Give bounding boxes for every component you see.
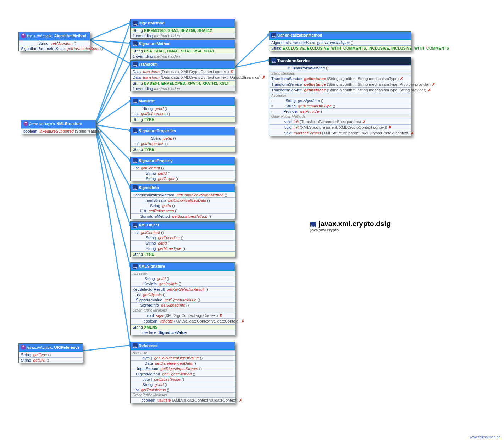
method-name[interactable]: getSignedInfo bbox=[161, 303, 185, 307]
member-row[interactable]: F String getAlgorithm () bbox=[269, 98, 411, 103]
member-row[interactable]: List getObjects () bbox=[131, 292, 235, 297]
method-name[interactable]: getType bbox=[33, 353, 47, 357]
method-name[interactable]: getObjects bbox=[143, 292, 162, 297]
class-header[interactable]: XMLObject bbox=[131, 222, 235, 230]
member-row[interactable]: String getId () bbox=[131, 170, 235, 176]
method-name[interactable]: getKeyInfo bbox=[159, 282, 178, 286]
method-name[interactable]: getId bbox=[155, 382, 163, 387]
member-row[interactable]: SignatureMethod getSignatureMethod () bbox=[131, 213, 235, 219]
class-dig[interactable]: DigestMethodString RIPEMD160, SHA1, SHA2… bbox=[130, 19, 235, 39]
member-row[interactable]: List getReferences () bbox=[131, 111, 235, 116]
class-tsvc[interactable]: TransformService # TransformService ()St… bbox=[269, 57, 411, 136]
member-row[interactable]: List getTransforms () bbox=[131, 387, 235, 392]
member-row[interactable]: AlgorithmParameterSpec getParameterSpec … bbox=[19, 46, 90, 51]
member-row[interactable]: List getProperties () bbox=[131, 141, 235, 146]
method-name[interactable]: getCalculatedDigestValue bbox=[154, 356, 199, 360]
class-header[interactable]: Reference bbox=[131, 342, 235, 350]
method-name[interactable]: getParameterSpec bbox=[317, 40, 350, 45]
method-name[interactable]: validate bbox=[157, 398, 171, 402]
member-row[interactable]: Data transform (Data data, XMLCryptoCont… bbox=[131, 69, 235, 74]
member-row[interactable]: void init (XMLStructure parent, XMLCrypt… bbox=[269, 124, 411, 130]
method-name[interactable]: getTarget bbox=[158, 177, 175, 181]
method-name[interactable]: getURI bbox=[33, 358, 45, 362]
member-row[interactable]: String getType () bbox=[19, 352, 83, 357]
member-row[interactable]: List getReferences () bbox=[131, 208, 235, 213]
class-trans[interactable]: TransformData transform (Data data, XMLC… bbox=[130, 60, 235, 91]
class-header[interactable]: TransformService bbox=[269, 57, 411, 65]
method-name[interactable]: getAlgorithm bbox=[51, 41, 73, 45]
method-name[interactable]: validate bbox=[160, 319, 173, 323]
method-name[interactable]: getInstance bbox=[304, 82, 326, 86]
method-name[interactable]: sign bbox=[156, 313, 163, 318]
method-name[interactable]: getSignatureMethod bbox=[172, 214, 207, 218]
member-row[interactable]: String getTarget () bbox=[131, 176, 235, 181]
method-name[interactable]: getMechanismType bbox=[298, 104, 332, 108]
class-header[interactable]: javax.xml.crypto.URIReference bbox=[19, 344, 83, 352]
method-name[interactable]: getEncoding bbox=[158, 236, 180, 240]
member-row[interactable]: Data transform (Data data, XMLCryptoCont… bbox=[131, 74, 235, 80]
member-row[interactable]: String getId () bbox=[131, 240, 235, 246]
method-name[interactable]: getCanonicalizedData bbox=[168, 198, 206, 202]
member-row[interactable]: Data getDereferencedData () bbox=[131, 360, 235, 366]
member-row[interactable]: String getMimeType () bbox=[131, 246, 235, 251]
method-name[interactable]: getContent bbox=[141, 166, 160, 170]
member-row[interactable]: interface SignatureValue bbox=[131, 330, 235, 335]
class-signed[interactable]: SignedInfoCanonicalizationMethod getCano… bbox=[130, 184, 235, 219]
member-row[interactable]: String getURI () bbox=[19, 357, 83, 363]
method-name[interactable]: transform bbox=[143, 69, 159, 74]
class-header[interactable]: SignedInfo bbox=[131, 184, 235, 192]
method-name[interactable]: getReferences bbox=[141, 112, 166, 116]
member-row[interactable]: String getEncoding () bbox=[131, 235, 235, 240]
member-row[interactable]: String getAlgorithm () bbox=[19, 40, 90, 46]
member-row[interactable]: InputStream getCanonicalizedData () bbox=[131, 197, 235, 203]
method-name[interactable]: getId bbox=[164, 136, 172, 140]
member-row[interactable]: # TransformService () bbox=[269, 65, 411, 71]
member-row[interactable]: void marshalParams (XMLStructure parent,… bbox=[269, 130, 411, 136]
member-row[interactable]: AlgorithmParameterSpec getParameterSpec … bbox=[269, 40, 411, 45]
member-row[interactable]: byte[] getCalculatedDigestValue () bbox=[131, 355, 235, 360]
method-name[interactable]: getKeySelectorResult bbox=[167, 287, 205, 291]
class-sigprop[interactable]: SignaturePropertyList getContent () Stri… bbox=[130, 157, 235, 181]
method-name[interactable]: getProvider bbox=[300, 109, 320, 113]
class-header[interactable]: Transform bbox=[131, 61, 235, 69]
member-row[interactable]: SignedInfo getSignedInfo () bbox=[131, 302, 235, 308]
member-row[interactable]: DigestMethod getDigestMethod () bbox=[131, 371, 235, 376]
method-name[interactable]: getId bbox=[158, 171, 167, 175]
member-row[interactable]: byte[] getDigestValue () bbox=[131, 376, 235, 382]
method-name[interactable]: init bbox=[294, 119, 299, 124]
member-row[interactable]: KeySelectorResult getKeySelectorResult (… bbox=[131, 286, 235, 292]
class-header[interactable]: CanonicalizationMethod bbox=[269, 32, 411, 40]
class-header[interactable]: SignatureProperty bbox=[131, 157, 235, 165]
member-row[interactable]: TransformService getInstance (String alg… bbox=[269, 87, 411, 93]
member-row[interactable]: F Provider getProvider () bbox=[269, 108, 411, 114]
class-header[interactable]: Manifest bbox=[131, 97, 235, 106]
method-name[interactable]: isFeatureSupported bbox=[39, 129, 74, 133]
class-header[interactable]: javax.xml.crypto.XMLStructure bbox=[21, 120, 96, 128]
member-row[interactable]: CanonicalizationMethod getCanonicalizati… bbox=[131, 192, 235, 197]
member-row[interactable]: String getId () bbox=[131, 106, 235, 111]
member-row[interactable]: TransformService getInstance (String alg… bbox=[269, 76, 411, 82]
member-row[interactable]: String getId () bbox=[131, 382, 235, 387]
member-row[interactable]: InputStream getDigestInputStream () bbox=[131, 366, 235, 371]
class-ref[interactable]: ReferenceAccessor byte[] getCalculatedDi… bbox=[130, 342, 235, 403]
method-name[interactable]: getId bbox=[158, 241, 167, 245]
method-name[interactable]: getId bbox=[155, 106, 163, 111]
method-name[interactable]: getReferences bbox=[149, 209, 174, 213]
class-sigprops[interactable]: SignatureProperties String getId ()List … bbox=[130, 127, 235, 152]
class-header[interactable]: SignatureMethod bbox=[131, 40, 235, 48]
member-row[interactable]: boolean isFeatureSupported (String featu… bbox=[21, 128, 96, 134]
method-name[interactable]: getId bbox=[157, 276, 165, 281]
member-row[interactable]: List getContent () bbox=[131, 230, 235, 235]
member-row[interactable]: void init (TransformParameterSpec params… bbox=[269, 119, 411, 124]
method-name[interactable]: SignatureValue bbox=[159, 330, 187, 335]
member-row[interactable]: String getId () bbox=[131, 276, 235, 281]
member-row[interactable]: TransformService getInstance (String alg… bbox=[269, 82, 411, 87]
class-header[interactable]: DigestMethod bbox=[131, 19, 235, 28]
class-canon[interactable]: CanonicalizationMethodAlgorithmParameter… bbox=[269, 31, 411, 51]
method-name[interactable]: getInstance bbox=[304, 88, 326, 92]
method-name[interactable]: getTransforms bbox=[141, 388, 166, 392]
method-name[interactable]: getSignatureValue bbox=[165, 298, 196, 302]
member-row[interactable]: KeyInfo getKeyInfo () bbox=[131, 281, 235, 286]
class-sigm[interactable]: SignatureMethodString DSA_SHA1, HMAC_SHA… bbox=[130, 40, 235, 59]
member-row[interactable]: boolean validate (XMLValidateContext val… bbox=[131, 397, 235, 403]
